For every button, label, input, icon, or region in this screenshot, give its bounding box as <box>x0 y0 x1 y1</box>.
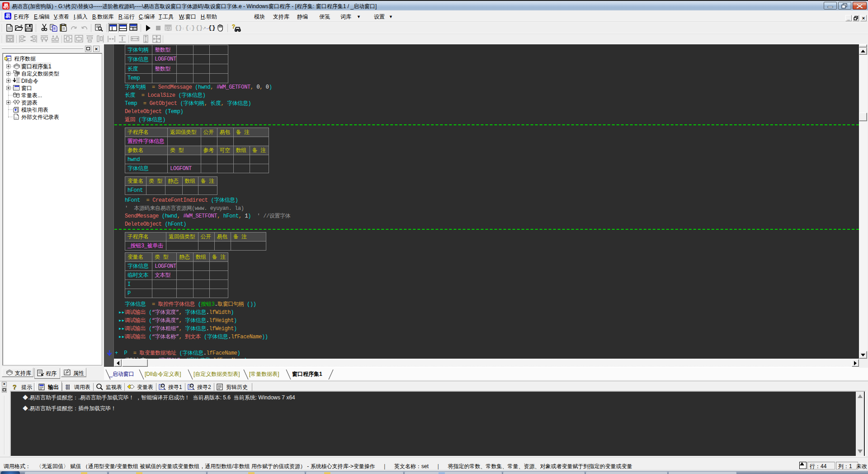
svg-text:e: e <box>7 57 9 61</box>
svg-text:?: ? <box>232 24 235 30</box>
svg-text:?: ? <box>13 384 17 390</box>
